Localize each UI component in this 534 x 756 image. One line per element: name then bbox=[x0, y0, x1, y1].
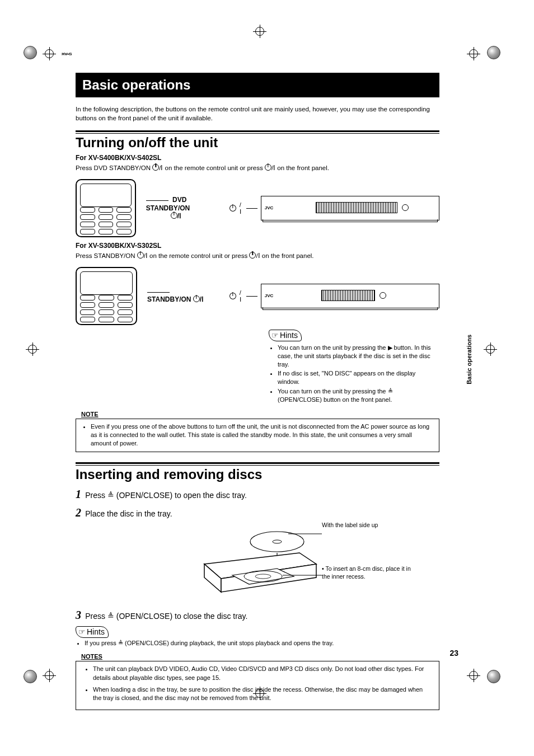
notes-box: The unit can playback DVD VIDEO, Audio C… bbox=[76, 661, 439, 710]
notes-heading: NOTES bbox=[76, 653, 439, 660]
power-icon bbox=[229, 293, 236, 299]
registration-mark bbox=[43, 669, 56, 682]
model-subhead-1: For XV-S400BK/XV-S402SL bbox=[76, 154, 439, 162]
step-2-text: Place the disc in the tray. bbox=[85, 509, 172, 518]
insert-8cm-tip: • To insert an 8-cm disc, place it in th… bbox=[322, 565, 411, 580]
remote-control-figure bbox=[76, 179, 136, 237]
side-tab-label: Basic operations bbox=[466, 335, 472, 384]
intro-paragraph: In the following description, the button… bbox=[76, 105, 439, 123]
section-heading-inserting-discs: Inserting and removing discs bbox=[76, 467, 439, 482]
registration-ball bbox=[487, 670, 500, 683]
power-icon bbox=[171, 212, 177, 219]
registration-mark bbox=[253, 25, 266, 38]
step-number-3: 3 bbox=[76, 609, 81, 621]
callout-suffix: /Ⅰ bbox=[177, 212, 181, 220]
front-panel-callout: /Ⅰ bbox=[240, 289, 243, 303]
registration-ball bbox=[24, 46, 37, 59]
text-fragment: /Ⅰ on the remote control unit or press bbox=[159, 165, 265, 171]
power-icon bbox=[193, 295, 200, 302]
disc-tray-figure: With the label side up • To insert an 8-… bbox=[199, 525, 423, 603]
model-subhead-2: For XV-S300BK/XV-S302SL bbox=[76, 242, 439, 250]
page-title-bar: Basic operations bbox=[76, 73, 439, 97]
front-panel-figure: JVC bbox=[261, 196, 439, 220]
section-heading-turning-on-off: Turning on/off the unit bbox=[76, 135, 439, 151]
power-icon bbox=[265, 164, 271, 171]
hint-item: If you press ≜ (OPEN/CLOSE) during playb… bbox=[85, 639, 439, 647]
step-number-1: 1 bbox=[76, 488, 81, 500]
text-fragment: /Ⅰ on the remote control unit or press bbox=[144, 252, 250, 259]
registration-mark bbox=[467, 669, 480, 682]
registration-mark bbox=[467, 47, 480, 60]
power-icon bbox=[137, 252, 144, 259]
note-box: Even if you press one of the above butto… bbox=[76, 419, 439, 453]
registration-mark bbox=[43, 47, 56, 60]
hint-item: You can turn on the unit by pressing the… bbox=[278, 387, 437, 404]
note-heading: NOTE bbox=[81, 411, 439, 417]
note-item: The unit can playback DVD VIDEO, Audio C… bbox=[93, 665, 431, 682]
registration-ball bbox=[24, 670, 37, 683]
callout-suffix: /Ⅰ bbox=[200, 295, 204, 303]
hint-item: If no disc is set, "NO DISC" appears on … bbox=[278, 369, 437, 386]
crop-filename: XV-S bbox=[62, 51, 72, 57]
remote-control-figure bbox=[76, 267, 137, 325]
hints-label: Hints bbox=[76, 626, 109, 638]
step-1-text: Press ≜ (OPEN/CLOSE) to open the disc tr… bbox=[85, 491, 247, 500]
front-panel-figure: JVC bbox=[261, 284, 439, 308]
step-number-2: 2 bbox=[76, 506, 81, 519]
power-icon bbox=[249, 252, 256, 259]
instruction-1: Press DVD STANDBY/ON /Ⅰ on the remote co… bbox=[76, 164, 439, 173]
note-text: Even if you press one of the above butto… bbox=[91, 422, 433, 448]
note-item: When loading a disc in the tray, be sure… bbox=[93, 685, 431, 703]
text-fragment: Press DVD STANDBY/ON bbox=[76, 165, 152, 171]
text-fragment: /Ⅰ on the front panel. bbox=[271, 165, 329, 171]
callout-standby-on: STANDBY/ON bbox=[147, 295, 191, 303]
registration-mark bbox=[484, 342, 497, 356]
section-divider bbox=[76, 462, 439, 466]
registration-mark bbox=[26, 342, 39, 356]
section-divider bbox=[76, 130, 439, 134]
hints-label: Hints bbox=[269, 330, 302, 341]
label-side-up-caption: With the label side up bbox=[322, 522, 378, 528]
text-fragment: Press STANDBY/ON bbox=[76, 252, 137, 259]
callout-leader-line bbox=[147, 292, 170, 293]
step-3-text: Press ≜ (OPEN/CLOSE) to close the disc t… bbox=[85, 612, 247, 621]
power-icon bbox=[229, 205, 236, 212]
registration-ball bbox=[487, 46, 500, 59]
callout-leader-line bbox=[146, 200, 168, 201]
page-number: 23 bbox=[449, 649, 458, 658]
hint-item: You can turn on the unit by pressing the… bbox=[278, 344, 437, 369]
callout-dvd-standby-on: DVD STANDBY/ON bbox=[146, 196, 190, 212]
front-panel-callout: /Ⅰ bbox=[240, 201, 243, 215]
power-icon bbox=[152, 164, 159, 171]
instruction-2: Press STANDBY/ON /Ⅰ on the remote contro… bbox=[76, 252, 439, 261]
text-fragment: /Ⅰ on the front panel. bbox=[256, 252, 313, 259]
